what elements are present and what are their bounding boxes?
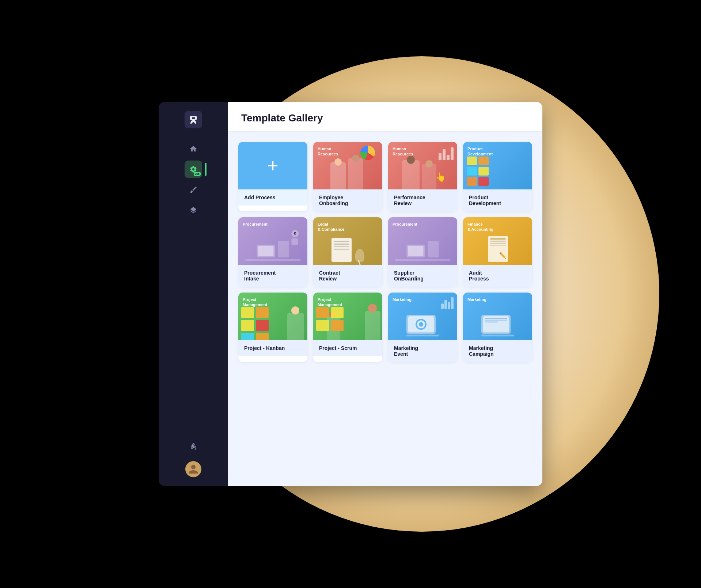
user-avatar[interactable] [185, 461, 201, 477]
card-add-process-label: Add Process [238, 189, 307, 206]
person-1-body [330, 162, 346, 189]
sidebar-item-accessibility[interactable] [185, 438, 202, 455]
mkt-c-screen [483, 316, 509, 332]
card-proc-intake-image: Procurement [238, 217, 307, 265]
person-3-head [407, 156, 415, 164]
postit-o1 [256, 307, 269, 318]
card-hr-performance[interactable]: Human Resources [388, 142, 457, 211]
card-supplier-image: Procurement [388, 217, 457, 265]
mkt-bar-2 [444, 300, 447, 309]
sidebar-item-home[interactable] [185, 140, 202, 158]
card-mkt-campaign-label: MarketingCampaign [463, 340, 532, 362]
gallery-grid-wrapper[interactable]: + Add Process Human Resources [228, 132, 542, 486]
sticky-4 [478, 167, 489, 176]
add-process-icon-area: + [238, 142, 307, 189]
processes-badge: 365 [194, 172, 201, 176]
card-proc-intake-label: ProcurementIntake [238, 265, 307, 287]
scrum-scene: Project Management [313, 293, 382, 340]
card-pm-scrum-label: Project - Scrum [313, 340, 382, 356]
mkt-screen [408, 316, 434, 332]
screen-1 [257, 245, 275, 257]
sidebar-item-tools[interactable] [185, 181, 202, 199]
card-product-development[interactable]: Product Development [463, 142, 532, 211]
pd-scene: Product Development [463, 142, 532, 189]
card-supplier-tag: Procurement [393, 222, 417, 227]
card-legal-tag: Legal & Compliance [318, 222, 344, 232]
card-mkt-campaign-tag: Marketing [467, 297, 486, 302]
card-legal-image: Legal & Compliance [313, 217, 382, 265]
card-add-process[interactable]: + Add Process [238, 142, 307, 211]
bar-3 [447, 155, 450, 160]
chart-circle-inner [419, 322, 423, 327]
card-mkt-campaign[interactable]: Marketing [463, 293, 532, 362]
kanban-scene: Project Management [238, 293, 307, 340]
card-pm-scrum[interactable]: Project Management [313, 293, 382, 362]
icon-dollar: $ [291, 230, 299, 237]
card-mkt-campaign-image: Marketing [463, 293, 532, 340]
card-legal-contract[interactable]: Legal & Compliance [313, 217, 382, 287]
person-3-body [402, 160, 420, 189]
kanban-person-head [291, 306, 299, 314]
supplier-tech-scene [395, 241, 450, 261]
card-mkt-event-label: MarketingEvent [388, 340, 457, 362]
mkt-laptop [406, 315, 436, 334]
chart-decoration [360, 146, 379, 164]
line-4 [334, 249, 349, 250]
accessibility-icon [189, 442, 197, 451]
finance-paper: ✏️ [488, 236, 508, 262]
cursor-icon: 👆 [435, 172, 446, 182]
card-proc-intake-tag: Procurement [243, 222, 268, 227]
device-2 [428, 241, 439, 257]
pencil-icon: ✏️ [499, 252, 507, 259]
c-laptop-base [481, 335, 514, 336]
pie-chart [360, 146, 375, 160]
sidebar-item-layers[interactable] [185, 201, 202, 219]
fin-line-1 [490, 238, 506, 240]
kanban-postits [241, 307, 273, 336]
hr-onboarding-scene: Human Resources [313, 142, 382, 189]
avatar-icon [187, 463, 200, 476]
card-pm-kanban[interactable]: Project Management [238, 293, 307, 362]
sidebar-item-processes[interactable]: 365 [185, 161, 202, 178]
person-1-head [334, 158, 342, 166]
person-3 [402, 160, 420, 189]
scrum-postit-4 [331, 320, 344, 331]
bar-chart-bars [439, 146, 454, 160]
mkt-bars [441, 296, 454, 309]
pen-shape [358, 260, 361, 265]
logo-icon [187, 114, 199, 125]
card-mkt-event[interactable]: Marketing [388, 293, 457, 362]
desk-surface-2 [395, 259, 450, 261]
laptop-base [406, 335, 439, 336]
bar-2 [443, 149, 446, 160]
card-hr-performance-image: Human Resources [388, 142, 457, 189]
card-fin-label: AuditProcess [463, 265, 532, 287]
card-proc-intake[interactable]: Procurement [238, 217, 307, 287]
gallery-grid: + Add Process Human Resources [238, 142, 532, 362]
card-proc-supplier[interactable]: Procurement [388, 217, 457, 287]
mkt-bar-4 [451, 297, 454, 309]
sidebar: 365 [159, 102, 228, 486]
person-1 [330, 162, 346, 189]
tech-desk-scene: $ [245, 241, 300, 261]
finance-docs: ✏️ [488, 229, 529, 262]
mkt-bar-chart [441, 296, 454, 309]
person-4 [422, 164, 436, 189]
supplier-scene: Procurement [388, 217, 457, 265]
postit-y2 [241, 320, 254, 331]
screen-line-2 [485, 320, 507, 321]
card-hr-onboarding[interactable]: Human Resources [313, 142, 382, 211]
screen-content [483, 316, 509, 324]
finance-scene: Finance & Accounting ✏️ [463, 217, 532, 265]
icons-overlay: $ [291, 230, 299, 245]
card-legal-label: ContractReview [313, 265, 382, 287]
proc-intake-scene: Procurement [238, 217, 307, 265]
person-4-body [422, 164, 436, 189]
paintbrush-icon [189, 186, 197, 194]
app-window: 365 Template Gallery [159, 102, 542, 486]
mkt-bar-1 [441, 304, 444, 309]
card-fin-audit[interactable]: Finance & Accounting ✏️ [463, 217, 532, 287]
postit-y1 [241, 307, 254, 318]
card-pd-label: ProductDevelopment [463, 189, 532, 211]
card-fin-image: Finance & Accounting ✏️ [463, 217, 532, 265]
